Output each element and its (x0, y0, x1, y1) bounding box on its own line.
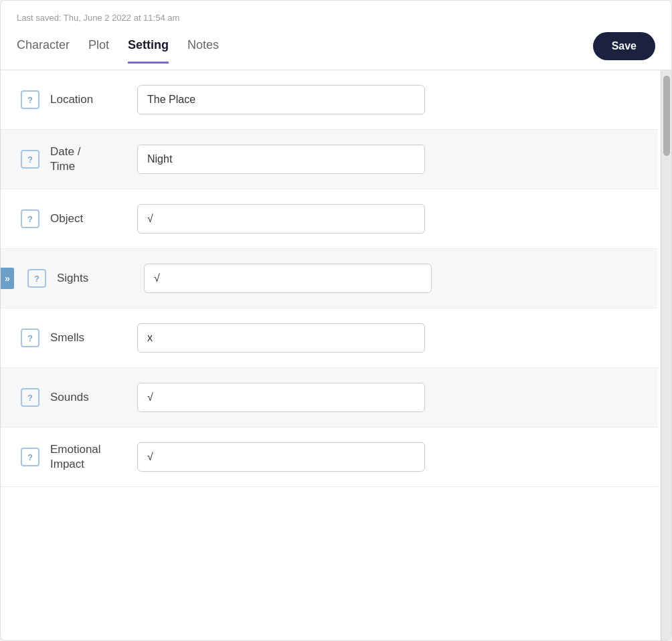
input-object[interactable] (137, 204, 425, 234)
last-saved-text: Last saved: Thu, June 2 2022 at 11:54 am (17, 13, 655, 23)
field-row-location: ? Location (1, 70, 658, 130)
sights-marker-icon: » (1, 268, 14, 289)
label-sounds: Sounds (50, 390, 124, 405)
label-emotional-impact: Emotional Impact (50, 442, 124, 472)
field-row-sounds: ? Sounds (1, 368, 658, 428)
save-button[interactable]: Save (593, 32, 655, 60)
help-icon-date-time[interactable]: ? (21, 150, 39, 169)
tab-notes[interactable]: Notes (187, 38, 219, 64)
fields-wrapper: ? Location ? Date / Time ? Object (1, 70, 671, 487)
content-area: ? Location ? Date / Time ? Object (1, 70, 671, 640)
label-sights: Sights (57, 271, 131, 286)
input-emotional-impact[interactable] (137, 442, 425, 472)
input-smells[interactable] (137, 323, 425, 353)
header-bar: Last saved: Thu, June 2 2022 at 11:54 am… (1, 1, 671, 70)
input-date-time[interactable] (137, 145, 425, 174)
help-icon-sights[interactable]: ? (27, 269, 46, 288)
help-icon-smells[interactable]: ? (21, 329, 39, 347)
tab-setting[interactable]: Setting (128, 38, 169, 64)
tabs-left: Character Plot Setting Notes (17, 38, 219, 64)
app-container: Last saved: Thu, June 2 2022 at 11:54 am… (0, 0, 672, 641)
help-icon-sounds[interactable]: ? (21, 388, 39, 407)
label-object: Object (50, 211, 124, 226)
field-row-emotional-impact: ? Emotional Impact (1, 428, 658, 487)
help-icon-emotional-impact[interactable]: ? (21, 448, 39, 466)
input-location[interactable] (137, 85, 425, 114)
field-row-smells: ? Smells (1, 308, 658, 368)
label-date-time: Date / Time (50, 145, 124, 174)
label-smells: Smells (50, 331, 124, 345)
scrollbar-area[interactable] (661, 70, 671, 640)
field-row-object: ? Object (1, 189, 658, 249)
input-sounds[interactable] (137, 383, 425, 412)
tabs-row: Character Plot Setting Notes Save (17, 32, 655, 70)
scrollbar-thumb[interactable] (663, 76, 670, 156)
help-icon-location[interactable]: ? (21, 90, 39, 109)
field-row-date-time: ? Date / Time (1, 130, 658, 189)
input-sights[interactable] (144, 264, 432, 293)
label-location: Location (50, 92, 124, 107)
field-row-sights: » ? Sights (1, 249, 658, 308)
tab-character[interactable]: Character (17, 38, 70, 64)
tab-plot[interactable]: Plot (88, 38, 109, 64)
help-icon-object[interactable]: ? (21, 209, 39, 228)
